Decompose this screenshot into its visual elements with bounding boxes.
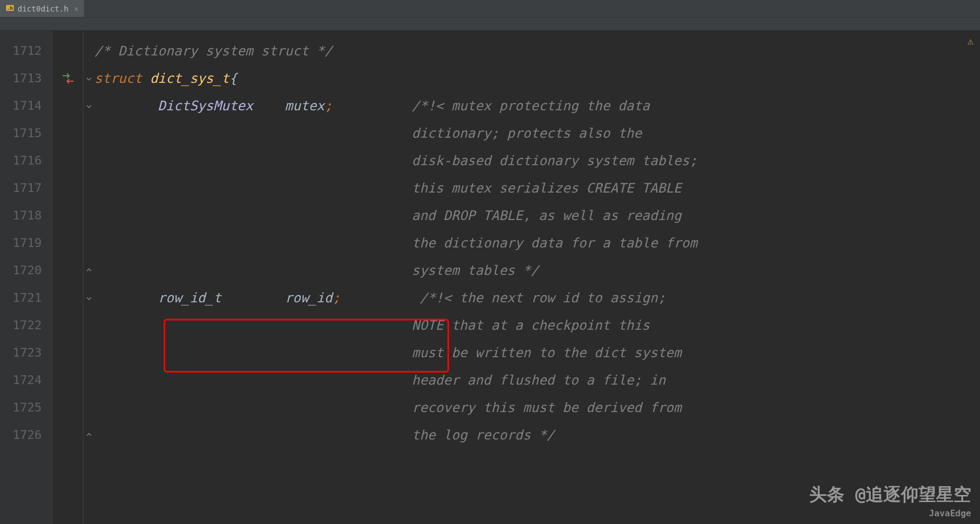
code-line: the log records */ [94, 421, 980, 449]
code-line: disk-based dictionary system tables; [94, 147, 980, 174]
code-line: recovery this must be derived from [94, 394, 980, 421]
code-line: this mutex serializes CREATE TABLE [94, 174, 980, 202]
fold-column [83, 31, 94, 524]
svg-text:.h: .h [7, 5, 13, 11]
code-editor[interactable]: 1712 1713 1714 1715 1716 1717 1718 1719 … [0, 31, 980, 524]
fold-toggle-icon[interactable] [83, 92, 94, 120]
code-line: row_id_t row_id; /*!< the next row id to… [94, 284, 980, 312]
line-number: 1723 [0, 339, 53, 367]
code-area[interactable]: /* Dictionary system struct */ struct di… [94, 31, 980, 524]
line-number: 1726 [0, 421, 53, 449]
fold-toggle-icon[interactable] [83, 284, 94, 312]
line-number: 1721 [0, 284, 53, 312]
code-line: NOTE that at a checkpoint this [94, 312, 980, 339]
code-line: the dictionary data for a table from [94, 229, 980, 257]
line-number: 1719 [0, 229, 53, 257]
line-number: 1712 [0, 37, 53, 65]
tab-bar: .h dict0dict.h × [0, 0, 980, 18]
diff-marker-icon [53, 65, 83, 92]
line-number: 1715 [0, 120, 53, 147]
file-tab[interactable]: .h dict0dict.h × [0, 0, 84, 17]
fold-close-icon[interactable] [83, 257, 94, 284]
line-number: 1718 [0, 202, 53, 229]
line-number: 1725 [0, 394, 53, 421]
code-line: and DROP TABLE, as well as reading [94, 202, 980, 229]
code-line: struct dict_sys_t{ [94, 65, 980, 92]
code-line: system tables */ [94, 257, 980, 284]
line-number: 1724 [0, 367, 53, 394]
line-number: 1716 [0, 147, 53, 174]
line-number: 1717 [0, 174, 53, 202]
line-number-gutter: 1712 1713 1714 1715 1716 1717 1718 1719 … [0, 31, 53, 524]
code-line: header and flushed to a file; in [94, 367, 980, 394]
code-line: DictSysMutex mutex; /*!< mutex protectin… [94, 92, 980, 120]
fold-close-icon[interactable] [83, 421, 94, 449]
line-number: 1713 [0, 65, 53, 92]
line-number: 1720 [0, 257, 53, 284]
watermark: 头条 @追逐仰望星空 JavaEdge [809, 483, 971, 519]
code-line: must be written to the dict system [94, 339, 980, 367]
line-number: 1714 [0, 92, 53, 120]
code-line: /* Dictionary system struct */ [94, 37, 980, 65]
tab-filename: dict0dict.h [18, 4, 69, 13]
close-icon[interactable]: × [74, 4, 79, 13]
file-h-icon: .h [5, 3, 14, 14]
line-number: 1722 [0, 312, 53, 339]
fold-toggle-icon[interactable] [83, 65, 94, 92]
toolbar-strip [0, 18, 980, 31]
marker-column [53, 31, 83, 524]
code-line: dictionary; protects also the [94, 120, 980, 147]
